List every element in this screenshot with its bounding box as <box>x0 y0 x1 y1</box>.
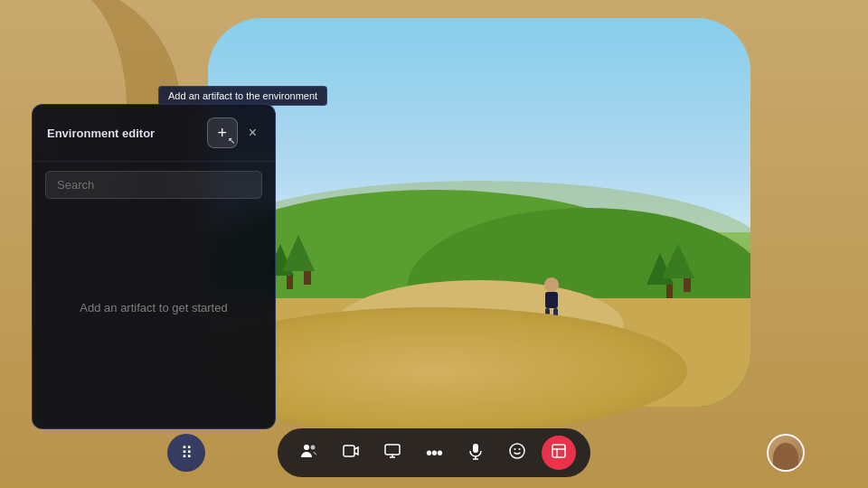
people-button[interactable] <box>292 436 326 470</box>
user-avatar-button[interactable] <box>767 434 805 472</box>
svg-point-25 <box>514 448 516 450</box>
artifacts-icon <box>550 442 568 464</box>
svg-rect-10 <box>666 285 673 298</box>
svg-rect-19 <box>344 446 354 456</box>
avatar-figure <box>773 443 798 470</box>
people-icon <box>300 442 318 464</box>
more-dots-icon: ••• <box>426 443 442 464</box>
svg-rect-14 <box>545 292 558 308</box>
svg-rect-6 <box>287 276 293 289</box>
screen-share-button[interactable] <box>375 436 410 470</box>
panel-title: Environment editor <box>47 127 155 140</box>
plus-icon: + <box>217 124 227 143</box>
environment-editor-panel: Environment editor + ↖ × Add an artifact… <box>32 104 276 429</box>
svg-rect-20 <box>385 445 400 455</box>
avatar-preview <box>769 436 803 470</box>
artifacts-button[interactable] <box>542 436 576 470</box>
add-artifact-button[interactable]: + ↖ <box>207 117 238 148</box>
svg-rect-12 <box>684 278 691 292</box>
media-button[interactable] <box>334 436 368 470</box>
svg-rect-27 <box>552 445 565 457</box>
panel-actions: + ↖ × <box>207 117 260 148</box>
toolbar: ••• <box>278 428 590 477</box>
search-input[interactable] <box>45 171 262 199</box>
svg-point-24 <box>510 444 524 458</box>
search-section <box>33 162 275 208</box>
panel-header: Environment editor + ↖ × <box>33 105 275 162</box>
emoji-icon <box>508 442 526 464</box>
svg-point-17 <box>304 445 309 450</box>
empty-state-message: Add an artifact to get started <box>33 208 275 407</box>
svg-point-18 <box>311 446 316 450</box>
emoji-button[interactable] <box>500 436 534 470</box>
media-icon <box>342 442 360 464</box>
apps-button[interactable]: ⠿ <box>167 434 205 472</box>
svg-rect-8 <box>304 271 311 285</box>
mic-icon <box>467 442 485 464</box>
mic-button[interactable] <box>458 436 493 470</box>
cursor-icon: ↖ <box>228 136 235 145</box>
close-panel-button[interactable]: × <box>245 122 260 144</box>
more-button[interactable]: ••• <box>417 436 451 470</box>
svg-point-26 <box>519 448 521 450</box>
svg-point-13 <box>544 277 559 292</box>
apps-grid-icon: ⠿ <box>181 443 193 463</box>
screen-share-icon <box>383 442 401 464</box>
svg-rect-21 <box>473 444 478 453</box>
